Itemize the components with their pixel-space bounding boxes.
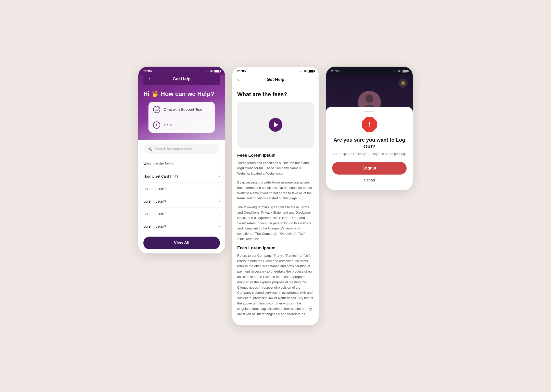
section3-body: The following terminology applies to the…	[237, 205, 314, 242]
faq-item-1[interactable]: How to set Card limit? ›	[143, 170, 220, 183]
screen2-body: What are the fees? Fees Lorem Ipsum Thes…	[232, 86, 319, 326]
status-bar-1: 21:05 ▪▪▪ ≋	[138, 67, 225, 75]
screen2-title: Get Help	[267, 77, 284, 82]
cancel-link[interactable]: Cancel	[332, 178, 407, 182]
wifi-icon-2: ≋	[304, 69, 307, 73]
play-button[interactable]	[269, 118, 282, 132]
view-all-button[interactable]: View All	[143, 237, 220, 249]
warning-icon: !	[368, 121, 370, 128]
screen2-nav: ‹ Get Help	[232, 75, 319, 86]
faq-item-3[interactable]: Lorem Ipsum? ›	[143, 195, 220, 208]
faq-text-1: How to set Card limit?	[143, 174, 178, 178]
help-item[interactable]: ℹ Help	[148, 117, 215, 133]
status-icons-1: ▪▪▪ ≋	[206, 69, 220, 73]
back-button-1[interactable]: ‹	[148, 76, 150, 82]
section1-body: These terms and conditions outline the r…	[237, 161, 314, 176]
faq-item-4[interactable]: Lorem Ipsum? ›	[143, 208, 220, 220]
faq-item-2[interactable]: Lorem Ipsum? ›	[143, 183, 220, 195]
search-placeholder: Search for your queries	[155, 147, 192, 151]
screen2-article: 21:05 ▪▪▪ ≋ ‹ Get Help What are the fees…	[232, 67, 319, 326]
faq-text-5: Lorem Ipsum?	[143, 224, 166, 228]
status-icons-2: ▪▪▪ ≋	[299, 69, 314, 73]
section2-body: By accessing this website we assume you …	[237, 180, 314, 201]
chevron-4: ›	[219, 212, 220, 216]
section4-title: Fees Lorem Ipsum	[237, 246, 314, 251]
logout-sheet: ! Are you sure you want to Log Out? Lore…	[326, 107, 413, 190]
search-icon: 🔍	[147, 146, 152, 151]
article-title: What are the fees?	[237, 91, 314, 98]
menu-card: 💬 Chat with Support Team ℹ Help	[148, 102, 215, 133]
chevron-2: ›	[219, 187, 220, 191]
play-icon	[274, 122, 278, 128]
warning-icon-wrap: !	[362, 117, 377, 132]
section1-title: Fees Lorem Ipsum	[237, 153, 314, 158]
faq-item-0[interactable]: What are the fees? ›	[143, 158, 220, 170]
status-bar-2: 21:05 ▪▪▪ ≋	[232, 67, 319, 75]
help-icon: ℹ	[153, 121, 160, 129]
wifi-icon: ≋	[210, 69, 213, 73]
sheet-handle	[364, 111, 374, 112]
hero-text: Hi 🖐 How can we Help?	[143, 90, 220, 98]
chat-label: Chat with Support Team	[164, 107, 205, 112]
battery-icon	[214, 70, 220, 72]
faq-text-2: Lorem Ipsum?	[143, 187, 166, 191]
video-player[interactable]	[237, 102, 314, 148]
modal-overlay[interactable]: ! Are you sure you want to Log Out? Lore…	[326, 67, 413, 190]
screen1-nav: ‹ Get Help	[143, 75, 220, 85]
chat-support-item[interactable]: 💬 Chat with Support Team	[148, 102, 215, 117]
chevron-1: ›	[219, 174, 220, 178]
back-button-2[interactable]: ‹	[237, 77, 239, 82]
screen1-get-help: 21:05 ▪▪▪ ≋ ‹ Get Help Hi 🖐 How can we H…	[138, 67, 225, 253]
chevron-3: ›	[219, 199, 220, 203]
screen1-body: 🔍 Search for your queries What are the f…	[138, 140, 225, 253]
chevron-0: ›	[219, 162, 220, 166]
faq-item-5[interactable]: Lorem Ipsum? ›	[143, 220, 220, 232]
time-1: 21:05	[143, 69, 152, 73]
faq-list: What are the fees? › How to set Card lim…	[143, 158, 220, 232]
screen1-title: Get Help	[173, 77, 191, 82]
chat-icon: 💬	[153, 106, 160, 113]
logout-subtitle: Lorem Ipsum is simply dummy text of the …	[332, 152, 407, 156]
signal-icon-2: ▪▪▪	[299, 69, 303, 72]
logout-title: Are you sure you want to Log Out?	[332, 137, 407, 150]
screen3-profile: 21:05 ▪▪▪ ≋ 🔔 ✓	[326, 67, 413, 190]
section4-body: Refers to our Company. "Party", "Parties…	[237, 253, 314, 317]
search-bar[interactable]: 🔍 Search for your queries	[143, 144, 220, 154]
faq-text-0: What are the fees?	[143, 162, 173, 166]
battery-icon-2	[308, 70, 314, 72]
faq-text-4: Lorem Ipsum?	[143, 212, 166, 216]
faq-text-3: Lorem Ipsum?	[143, 199, 166, 203]
help-label: Help	[164, 123, 172, 127]
signal-icon: ▪▪▪	[206, 69, 209, 72]
logout-button[interactable]: Logout	[332, 162, 407, 175]
time-2: 21:05	[237, 69, 246, 73]
chevron-5: ›	[219, 224, 220, 228]
